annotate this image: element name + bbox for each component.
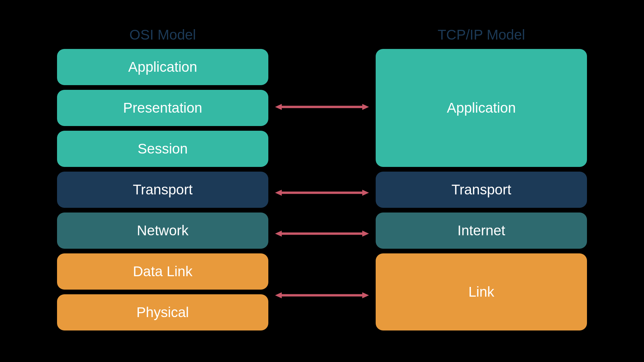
tcpip-layer-internet: Internet [376, 213, 587, 249]
osi-heading: OSI Model [57, 27, 268, 43]
osi-layer-label: Transport [133, 182, 193, 198]
double-arrow-icon [275, 292, 369, 298]
osi-layer-label: Presentation [123, 100, 202, 116]
tcpip-heading: TCP/IP Model [376, 27, 587, 43]
svg-marker-4 [275, 190, 282, 196]
double-arrow-icon [275, 231, 369, 237]
tcpip-layer-label: Application [447, 100, 516, 116]
mapping-arrow-link [268, 292, 376, 298]
svg-marker-5 [362, 190, 369, 196]
mapping-arrow-network [268, 231, 376, 237]
svg-marker-8 [362, 231, 369, 237]
osi-layer-data-link: Data Link [57, 253, 268, 290]
svg-marker-2 [362, 104, 369, 110]
osi-column: OSI Model Application Presentation Sessi… [57, 27, 268, 335]
svg-marker-11 [362, 292, 369, 298]
tcpip-column: TCP/IP Model Application Transport Inter… [376, 27, 587, 335]
tcpip-layer-label: Link [468, 284, 494, 300]
osi-layer-network: Network [57, 213, 268, 249]
osi-layer-label: Network [137, 223, 189, 239]
osi-layer-physical: Physical [57, 294, 268, 330]
mapping-arrow-application [268, 104, 376, 110]
osi-layer-application: Application [57, 49, 268, 85]
svg-marker-1 [275, 104, 282, 110]
tcpip-layer-label: Internet [458, 223, 505, 239]
mapping-arrow-transport [268, 190, 376, 196]
svg-marker-7 [275, 231, 282, 237]
osi-layer-label: Data Link [133, 263, 192, 280]
mapping-arrows-column [268, 27, 376, 335]
osi-layer-session: Session [57, 131, 268, 167]
svg-marker-10 [275, 292, 282, 298]
osi-layer-label: Application [128, 59, 197, 75]
osi-layer-presentation: Presentation [57, 90, 268, 126]
double-arrow-icon [275, 190, 369, 196]
double-arrow-icon [275, 104, 369, 110]
osi-layer-transport: Transport [57, 172, 268, 208]
tcpip-layer-application: Application [376, 49, 587, 167]
tcpip-layer-transport: Transport [376, 172, 587, 208]
osi-layer-label: Session [138, 141, 187, 157]
osi-tcpip-comparison-diagram: OSI Model Application Presentation Sessi… [57, 27, 587, 335]
tcpip-layer-link: Link [376, 253, 587, 330]
osi-layer-label: Physical [137, 304, 189, 320]
tcpip-layer-label: Transport [451, 182, 511, 198]
